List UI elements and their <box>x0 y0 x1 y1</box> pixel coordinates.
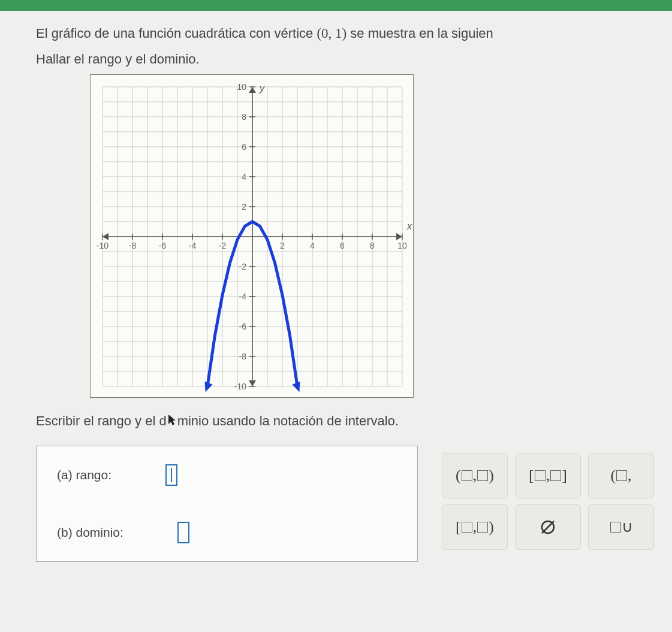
svg-text:-8: -8 <box>129 241 137 250</box>
svg-text:-4: -4 <box>239 292 247 301</box>
top-green-bar <box>0 0 672 11</box>
y-axis-label: y <box>259 83 265 93</box>
btn-closed-closed[interactable]: [,] <box>515 453 581 498</box>
answer-area: (a) rango: (b) dominio: (,) [,] (, [,) ∪ <box>36 446 654 562</box>
svg-text:2: 2 <box>280 241 285 250</box>
svg-text:-6: -6 <box>239 322 247 331</box>
vertex-text: (0, 1) <box>317 26 346 41</box>
svg-text:6: 6 <box>340 241 345 250</box>
label-dominio: (b) dominio: <box>57 525 123 540</box>
svg-marker-47 <box>249 380 256 386</box>
graph-container: x y -10-8-6-4-2246810-10-8-6-4-2246810 <box>90 74 654 398</box>
problem-line-2: Hallar el rango y el dominio. <box>36 49 654 69</box>
svg-text:4: 4 <box>242 172 246 182</box>
cursor-arrow-icon <box>167 413 177 430</box>
svg-text:8: 8 <box>370 241 375 250</box>
instruction-pre: Escribir el rango y el d <box>36 413 167 428</box>
answer-box: (a) rango: (b) dominio: <box>36 446 418 562</box>
svg-text:6: 6 <box>242 142 246 152</box>
svg-text:-10: -10 <box>97 241 109 250</box>
interval-palette: (,) [,] (, [,) ∪ <box>442 446 654 562</box>
page-body: El gráfico de una función cuadrática con… <box>0 11 672 562</box>
svg-marker-88 <box>201 382 213 394</box>
row-rango: (a) rango: <box>57 464 397 486</box>
svg-text:-2: -2 <box>219 241 227 250</box>
row-dominio: (b) dominio: <box>57 522 397 543</box>
btn-union[interactable]: ∪ <box>588 504 654 550</box>
svg-marker-45 <box>103 233 109 240</box>
svg-marker-44 <box>396 233 402 240</box>
svg-text:-10: -10 <box>234 382 246 391</box>
svg-text:2: 2 <box>242 202 246 211</box>
btn-emptyset[interactable] <box>515 504 581 550</box>
quadratic-chart: x y -10-8-6-4-2246810-10-8-6-4-2246810 <box>91 75 414 398</box>
problem-line1-pre: El gráfico de una función cuadrática con… <box>36 26 317 41</box>
instruction-text: Escribir el rango y el dminio usando la … <box>36 412 654 429</box>
dominio-input[interactable] <box>177 522 189 543</box>
svg-marker-46 <box>249 87 256 93</box>
svg-marker-89 <box>292 382 303 394</box>
svg-text:8: 8 <box>242 112 246 122</box>
instruction-post: minio usando la notación de intervalo. <box>177 413 399 428</box>
problem-line1-post: se muestra en la siguien <box>346 26 493 41</box>
graph-frame: x y -10-8-6-4-2246810-10-8-6-4-2246810 <box>90 74 414 398</box>
svg-text:-4: -4 <box>189 241 197 250</box>
btn-open-open[interactable]: (,) <box>442 453 508 498</box>
svg-text:-6: -6 <box>159 241 167 250</box>
rango-input[interactable] <box>165 464 177 486</box>
svg-text:10: 10 <box>397 241 407 250</box>
btn-open-half[interactable]: (, <box>588 453 654 498</box>
svg-text:-8: -8 <box>239 352 247 361</box>
x-axis-label: x <box>406 221 412 231</box>
problem-line-1: El gráfico de una función cuadrática con… <box>36 23 654 44</box>
btn-closed-open[interactable]: [,) <box>442 504 508 550</box>
svg-text:4: 4 <box>310 241 315 250</box>
label-rango: (a) rango: <box>57 468 112 482</box>
svg-text:-2: -2 <box>239 262 247 271</box>
svg-text:10: 10 <box>237 82 246 92</box>
